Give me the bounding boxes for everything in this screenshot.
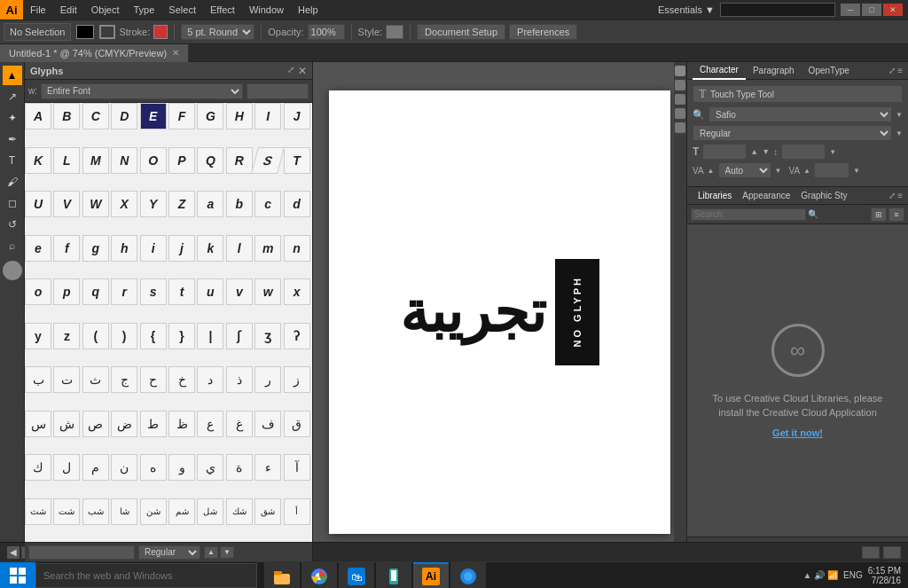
glyph-arabic[interactable]: شل [197,498,223,525]
menu-effect[interactable]: Effect [203,3,242,17]
font-name-input[interactable]: Safio [28,545,135,560]
maximize-button[interactable]: □ [862,4,881,16]
zoom-tool[interactable]: ⌕ [3,236,22,255]
glyph-arabic[interactable]: شب [82,498,109,525]
glyph-arabic[interactable]: و [168,454,195,481]
taskbar-app-other[interactable] [450,562,486,589]
glyph-arabic[interactable]: ي [197,454,223,481]
glyph-arabic[interactable]: أ [284,498,310,525]
glyph-arabic[interactable]: شن [140,498,167,525]
tab-close-icon[interactable]: ✕ [172,48,179,58]
glyph-cell[interactable]: ʃ [226,323,253,349]
glyph-cell[interactable]: m [254,235,281,262]
zoom-out-icon[interactable]: ▼ [220,546,234,559]
close-button[interactable]: ✕ [883,4,903,16]
document-tab[interactable]: Untitled-1 * @ 74% (CMYK/Preview) ✕ [0,44,189,62]
stroke-icon[interactable] [153,25,168,39]
start-button[interactable] [0,562,35,589]
glyph-cell[interactable]: Z [168,191,195,217]
preferences-button[interactable]: Preferences [509,24,577,40]
glyph-arabic[interactable]: ض [111,411,137,437]
glyph-arabic[interactable]: د [197,366,223,393]
glyph-arabic[interactable]: ح [140,366,167,393]
panel-icon-4[interactable] [675,108,685,119]
glyph-arabic[interactable]: شك [226,498,253,525]
zoom-in-icon[interactable]: ▲ [204,546,218,559]
glyph-cell[interactable]: K [25,147,51,174]
glyph-arabic[interactable]: ع [197,411,223,437]
stroke-swatch[interactable] [99,25,115,39]
panel-icon-1[interactable] [675,66,685,76]
glyph-arabic[interactable]: شق [254,498,281,525]
font-style-select[interactable]: Regular [693,125,892,141]
glyph-cell[interactable]: n [284,235,310,262]
tracking-select[interactable]: Auto [718,162,771,178]
glyph-cell[interactable]: M [82,147,109,174]
glyph-cell[interactable]: B [53,103,80,129]
glyph-arabic[interactable]: ر [254,366,281,393]
glyph-cell[interactable]: ( [82,323,109,349]
glyph-cell[interactable]: ) [111,323,137,349]
glyph-arabic[interactable]: شت [53,498,80,525]
tab-libraries[interactable]: Libraries [693,187,737,205]
glyph-arabic[interactable]: م [82,454,109,481]
glyph-cell[interactable]: e [25,235,51,262]
panel-menu-icon[interactable]: ≡ [897,66,903,75]
magic-wand-tool[interactable]: ✦ [3,108,22,128]
glyph-cell[interactable]: L [53,147,80,174]
fill-swatch[interactable] [76,25,94,39]
glyph-cell[interactable]: g [82,235,109,262]
tab-paragraph[interactable]: Paragraph [746,62,802,80]
taskbar-app-phone[interactable] [376,562,411,589]
taskbar-app-explorer[interactable] [264,562,300,589]
minimize-button[interactable]: ─ [841,4,860,16]
glyph-cell[interactable]: x [284,278,310,305]
type-tool[interactable]: T [3,151,22,170]
glyph-cell[interactable]: P [168,147,195,174]
glyph-cell[interactable]: X [111,191,137,217]
glyph-arabic[interactable]: ف [254,411,281,437]
paintbrush-tool[interactable]: 🖌 [3,172,22,192]
glyph-arabic[interactable]: شم [168,498,195,525]
menu-file[interactable]: File [23,3,53,17]
glyph-cell[interactable]: y [25,323,51,349]
shape-tool[interactable]: ◻ [3,193,22,213]
libraries-search[interactable] [691,208,806,221]
glyph-cell[interactable]: { [140,323,167,349]
glyph-arabic[interactable]: آ [284,454,310,481]
rotate-tool[interactable]: ↺ [3,215,22,234]
glyph-cell-selected[interactable]: E [140,103,167,129]
glyph-cell[interactable]: l [226,235,253,262]
glyph-cell[interactable]: Q [197,147,223,174]
glyph-cell[interactable]: I [254,103,281,129]
glyph-cell[interactable]: d [284,191,310,217]
style-dropdown[interactable]: Regular [138,545,200,560]
glyph-cell[interactable]: A [25,103,51,129]
glyph-cell[interactable]: r [111,278,137,305]
glyph-arabic[interactable]: شا [111,498,137,525]
zoom-prev-button[interactable]: ◀ [7,546,20,559]
glyph-cell[interactable]: a [197,191,223,217]
glyph-cell[interactable]: u [197,278,223,305]
panel-collapse-icon[interactable]: ⤢ [888,66,896,75]
menu-object[interactable]: Object [84,3,127,17]
glyph-cell[interactable]: D [111,103,137,129]
glyph-arabic[interactable]: ط [140,411,167,437]
glyph-cell[interactable]: i [140,235,167,262]
glyph-arabic[interactable]: ه [140,454,167,481]
glyph-arabic[interactable]: ن [111,454,137,481]
status-icon-2[interactable] [883,546,901,559]
glyph-cell[interactable]: p [53,278,80,305]
glyph-cell[interactable]: S [251,147,285,174]
essentials-label[interactable]: Essentials ▼ [658,4,715,15]
glyph-cell[interactable]: T [284,147,310,174]
brush-size-dropdown[interactable]: 5 pt. Round [181,24,254,40]
font-family-select[interactable]: Safio [708,106,892,122]
glyph-arabic[interactable]: خ [168,366,195,393]
menu-type[interactable]: Type [127,3,162,17]
status-icon-1[interactable] [862,546,880,559]
glyph-cell[interactable]: h [111,235,137,262]
glyph-cell[interactable]: ʔ [284,323,310,349]
direct-selection-tool[interactable]: ↗ [3,87,22,106]
tab-appearance[interactable]: Appearance [737,187,795,205]
